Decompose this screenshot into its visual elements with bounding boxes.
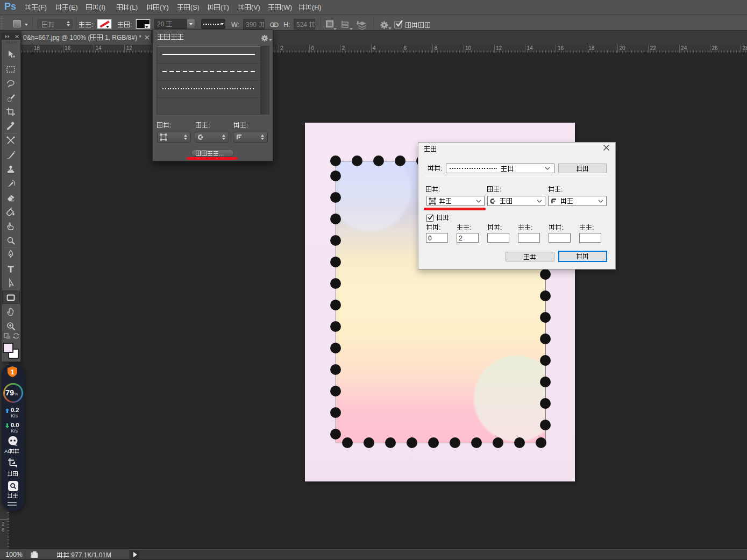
svg-text:1: 1 [11,368,15,376]
